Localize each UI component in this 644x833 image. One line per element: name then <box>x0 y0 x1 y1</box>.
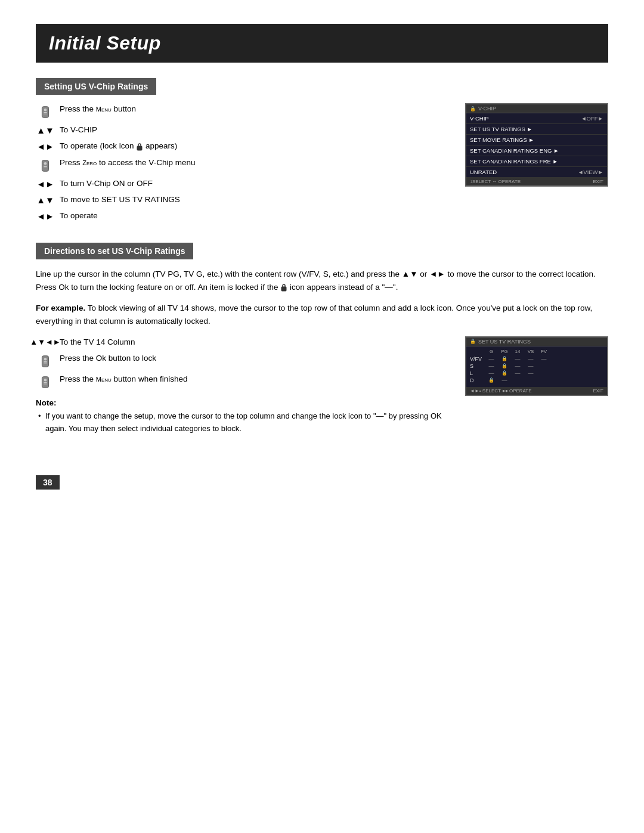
instruction-text-3: To operate (lock icon appears) <box>60 140 447 152</box>
svg-rect-7 <box>44 166 47 167</box>
tv-screen-ratings: 🔒 SET US TV RATINGS G PG 14 VS FV V/FV <box>465 336 608 396</box>
instruction-text-4: Press Zero to access the V-Chip menu <box>60 157 447 169</box>
page-title-bar: Initial Setup <box>36 24 608 63</box>
tv-screen-vchip-title: 🔒 V-CHIP <box>466 104 607 113</box>
arrows-all-icon: ▲▼◄► <box>36 336 55 346</box>
svg-point-11 <box>44 358 47 361</box>
instruction-text-1: Press the Menu button <box>60 103 447 115</box>
note-text: If you want to change the setup, move th… <box>36 410 447 435</box>
arrows-ud-icon-1: ▲▼ <box>36 124 55 135</box>
page-number: 38 <box>36 475 60 490</box>
instruction-row-5: ◄► To turn V-Chip ON or OFF <box>36 178 447 190</box>
instruction-text-tv14: To the TV 14 Column <box>60 336 447 348</box>
note-section: Note: If you want to change the setup, m… <box>36 398 447 435</box>
arrows-ud-icon-2: ▲▼ <box>36 194 55 205</box>
remote-icon-4 <box>36 373 55 390</box>
instruction-text-5: To turn V-Chip ON or OFF <box>60 178 447 190</box>
ratings-grid: G PG 14 VS FV V/FV — 🔒 — — — <box>466 346 607 387</box>
tv-menu-vchip: V-CHIP◄OFF► <box>466 113 607 124</box>
ratings-row-l: L — 🔒 — — <box>470 370 603 376</box>
svg-rect-2 <box>44 112 47 113</box>
tv-screen-footer-vchip: ↕SELECT ↔ OPERATE EXIT <box>466 178 607 185</box>
instruction-row-7: ◄► To operate <box>36 210 447 222</box>
ratings-row-vfv: V/FV — 🔒 — — — <box>470 356 603 362</box>
page-title: Initial Setup <box>49 32 595 54</box>
instruction-text-ok: Press the Ok button to lock <box>60 352 447 364</box>
instruction-row-3: ◄► To operate (lock icon appears) <box>36 140 447 152</box>
svg-rect-12 <box>44 361 47 363</box>
instruction-row-2: ▲▼ To V-CHIP <box>36 124 447 136</box>
instruction-row-6: ▲▼ To move to SET US TV RATINGS <box>36 194 447 206</box>
example-paragraph: For example. To block viewing of all TV … <box>36 302 608 327</box>
arrows-lr-icon-3: ◄► <box>36 210 55 221</box>
svg-rect-8 <box>44 167 47 168</box>
ratings-screen-col: 🔒 SET US TV RATINGS G PG 14 VS FV V/FV <box>465 336 608 396</box>
section2-instructions: ▲▼◄► To the TV 14 Column Press <box>36 336 447 435</box>
svg-rect-13 <box>44 363 47 364</box>
remote-icon-2 <box>36 157 55 174</box>
remote-icon-3 <box>36 352 55 369</box>
section1-content: Press the Menu button ▲▼ To V-CHIP ◄► To… <box>36 103 608 226</box>
svg-rect-4 <box>137 146 142 150</box>
tv-menu-unrated: UNRATED◄VIEW► <box>466 167 607 178</box>
svg-rect-17 <box>44 384 47 385</box>
tv-menu-us-tv: SET US TV RATINGS ► <box>466 124 607 135</box>
instruction-text-7: To operate <box>60 210 447 222</box>
tv-menu-can-fre: SET CANADIAN RATINGS FRE ► <box>466 156 607 167</box>
section2-content: ▲▼◄► To the TV 14 Column Press <box>36 336 608 435</box>
instruction-row-ok: Press the Ok button to lock <box>36 352 447 369</box>
remote-icon-1 <box>36 103 55 120</box>
arrows-lr-icon-2: ◄► <box>36 178 55 189</box>
section2-header: Directions to set US V-Chip Ratings <box>36 243 193 259</box>
section-directions: Directions to set US V-Chip Ratings Line… <box>36 243 608 435</box>
arrows-lr-icon-1: ◄► <box>36 140 55 151</box>
section1-instructions: Press the Menu button ▲▼ To V-CHIP ◄► To… <box>36 103 447 226</box>
note-label: Note: <box>36 398 447 407</box>
instruction-row-1: Press the Menu button <box>36 103 447 120</box>
instruction-text-menu-finish: Press the Menu button when finished <box>60 373 447 385</box>
tv-menu-movie: SET MOVIE RATINGS ► <box>466 135 607 145</box>
ratings-row-s: S — 🔒 — — <box>470 363 603 369</box>
svg-point-15 <box>44 379 47 382</box>
svg-rect-9 <box>281 287 286 291</box>
section1-header: Setting US V-Chip Ratings <box>36 78 156 95</box>
instruction-row-4: Press Zero to access the V-Chip menu <box>36 157 447 174</box>
instruction-row-tv14: ▲▼◄► To the TV 14 Column <box>36 336 447 348</box>
svg-rect-3 <box>44 114 47 114</box>
instruction-row-menu-finish: Press the Menu button when finished <box>36 373 447 390</box>
ratings-screen-title: 🔒 SET US TV RATINGS <box>466 337 607 346</box>
ratings-row-d: D 🔒 — <box>470 377 603 383</box>
ratings-screen-footer: ◄►• SELECT ●● OPERATE EXIT <box>466 387 607 395</box>
ratings-col-headers: G PG 14 VS FV <box>470 349 603 354</box>
section-vchip-setup: Setting US V-Chip Ratings Press the Menu… <box>36 78 608 226</box>
instruction-text-6: To move to SET US TV RATINGS <box>60 194 447 206</box>
svg-point-1 <box>44 109 47 112</box>
svg-rect-16 <box>44 382 47 383</box>
instruction-text-2: To V-CHIP <box>60 124 447 136</box>
tv-screen-vchip: 🔒 V-CHIP V-CHIP◄OFF► SET US TV RATINGS ►… <box>465 103 608 187</box>
vchip-screen: 🔒 V-CHIP V-CHIP◄OFF► SET US TV RATINGS ►… <box>465 103 608 187</box>
tv-menu-can-eng: SET CANADIAN RATINGS ENG ► <box>466 145 607 156</box>
directions-description: Line up the cursor in the column (TV PG,… <box>36 268 608 293</box>
svg-point-6 <box>44 162 47 165</box>
